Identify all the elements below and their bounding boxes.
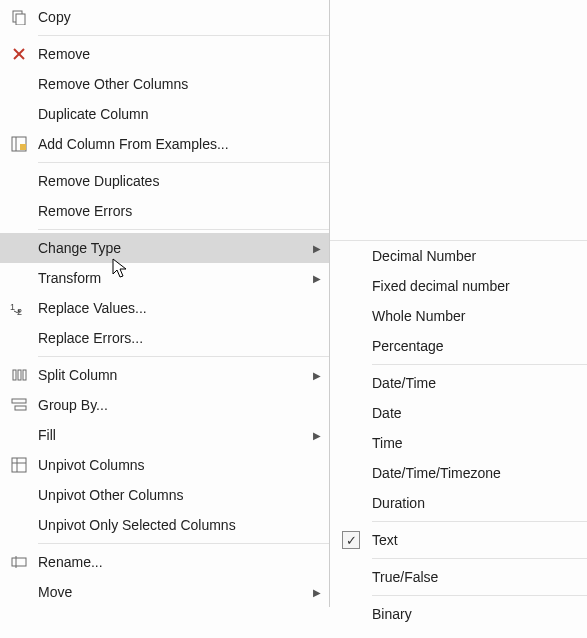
svg-rect-1	[16, 14, 25, 25]
menu-label: Replace Errors...	[38, 330, 321, 346]
submenu-label: Date/Time/Timezone	[372, 465, 579, 481]
separator	[372, 521, 587, 522]
submenu-label: Fixed decimal number	[372, 278, 579, 294]
separator	[372, 364, 587, 365]
svg-rect-11	[18, 370, 21, 380]
svg-rect-13	[12, 399, 26, 403]
menu-unpivot-columns[interactable]: Unpivot Columns	[0, 450, 329, 480]
copy-icon	[0, 9, 38, 25]
submenu-label: Date/Time	[372, 375, 579, 391]
menu-label: Remove	[38, 46, 321, 62]
separator	[38, 356, 329, 357]
submenu-label: True/False	[372, 569, 579, 585]
menu-label: Duplicate Column	[38, 106, 321, 122]
menu-label: Unpivot Only Selected Columns	[38, 517, 321, 533]
menu-unpivot-only-selected[interactable]: Unpivot Only Selected Columns	[0, 510, 329, 540]
split-column-icon	[0, 367, 38, 383]
svg-rect-18	[12, 558, 26, 566]
menu-label: Fill	[38, 427, 303, 443]
menu-label: Copy	[38, 9, 321, 25]
submenu-binary[interactable]: Binary	[330, 599, 587, 629]
submenu-text[interactable]: ✓ Text	[330, 525, 587, 555]
submenu-label: Binary	[372, 606, 579, 622]
submenu-fixed-decimal[interactable]: Fixed decimal number	[330, 271, 587, 301]
menu-copy[interactable]: Copy	[0, 2, 329, 32]
checked-icon: ✓	[330, 531, 372, 549]
svg-text:1: 1	[10, 302, 15, 312]
remove-icon	[0, 46, 38, 62]
submenu-duration[interactable]: Duration	[330, 488, 587, 518]
submenu-time[interactable]: Time	[330, 428, 587, 458]
submenu-arrow-icon: ▶	[303, 243, 321, 254]
submenu-label: Decimal Number	[372, 248, 579, 264]
submenu-whole-number[interactable]: Whole Number	[330, 301, 587, 331]
add-column-icon	[0, 136, 38, 152]
svg-rect-6	[20, 144, 26, 150]
svg-rect-12	[23, 370, 26, 380]
svg-rect-10	[13, 370, 16, 380]
menu-label: Remove Other Columns	[38, 76, 321, 92]
submenu-date-time-timezone[interactable]: Date/Time/Timezone	[330, 458, 587, 488]
submenu-arrow-icon: ▶	[303, 273, 321, 284]
menu-remove-other-columns[interactable]: Remove Other Columns	[0, 69, 329, 99]
menu-remove-duplicates[interactable]: Remove Duplicates	[0, 166, 329, 196]
menu-remove[interactable]: Remove	[0, 39, 329, 69]
submenu-date[interactable]: Date	[330, 398, 587, 428]
rename-icon	[0, 554, 38, 570]
separator	[38, 162, 329, 163]
menu-label: Remove Errors	[38, 203, 321, 219]
menu-transform[interactable]: Transform ▶	[0, 263, 329, 293]
menu-label: Split Column	[38, 367, 303, 383]
menu-unpivot-other-columns[interactable]: Unpivot Other Columns	[0, 480, 329, 510]
menu-label: Unpivot Other Columns	[38, 487, 321, 503]
menu-fill[interactable]: Fill ▶	[0, 420, 329, 450]
group-by-icon	[0, 397, 38, 413]
separator	[38, 35, 329, 36]
submenu-decimal-number[interactable]: Decimal Number	[330, 241, 587, 271]
menu-label: Change Type	[38, 240, 303, 256]
separator	[38, 543, 329, 544]
context-menu: Copy Remove Remove Other Columns Duplica…	[0, 0, 330, 607]
separator	[38, 229, 329, 230]
svg-rect-14	[15, 406, 26, 410]
menu-rename[interactable]: Rename...	[0, 547, 329, 577]
menu-replace-errors[interactable]: Replace Errors...	[0, 323, 329, 353]
menu-split-column[interactable]: Split Column ▶	[0, 360, 329, 390]
submenu-label: Percentage	[372, 338, 579, 354]
submenu-label: Time	[372, 435, 579, 451]
check-mark-icon: ✓	[342, 531, 360, 549]
menu-group-by[interactable]: Group By...	[0, 390, 329, 420]
menu-duplicate-column[interactable]: Duplicate Column	[0, 99, 329, 129]
change-type-submenu: Decimal Number Fixed decimal number Whol…	[330, 240, 587, 629]
submenu-percentage[interactable]: Percentage	[330, 331, 587, 361]
submenu-label: Text	[372, 532, 579, 548]
menu-label: Add Column From Examples...	[38, 136, 321, 152]
submenu-label: Whole Number	[372, 308, 579, 324]
svg-rect-15	[12, 458, 26, 472]
replace-values-icon: 12	[0, 300, 38, 316]
menu-replace-values[interactable]: 12 Replace Values...	[0, 293, 329, 323]
unpivot-icon	[0, 457, 38, 473]
menu-label: Rename...	[38, 554, 321, 570]
separator	[372, 558, 587, 559]
menu-label: Transform	[38, 270, 303, 286]
menu-label: Replace Values...	[38, 300, 321, 316]
submenu-label: Date	[372, 405, 579, 421]
menu-remove-errors[interactable]: Remove Errors	[0, 196, 329, 226]
submenu-true-false[interactable]: True/False	[330, 562, 587, 592]
submenu-arrow-icon: ▶	[303, 430, 321, 441]
menu-label: Unpivot Columns	[38, 457, 321, 473]
menu-change-type[interactable]: Change Type ▶	[0, 233, 329, 263]
menu-move[interactable]: Move ▶	[0, 577, 329, 607]
menu-label: Group By...	[38, 397, 321, 413]
submenu-arrow-icon: ▶	[303, 370, 321, 381]
menu-label: Remove Duplicates	[38, 173, 321, 189]
submenu-date-time[interactable]: Date/Time	[330, 368, 587, 398]
menu-add-column-from-examples[interactable]: Add Column From Examples...	[0, 129, 329, 159]
separator	[372, 595, 587, 596]
submenu-arrow-icon: ▶	[303, 587, 321, 598]
submenu-label: Duration	[372, 495, 579, 511]
menu-label: Move	[38, 584, 303, 600]
